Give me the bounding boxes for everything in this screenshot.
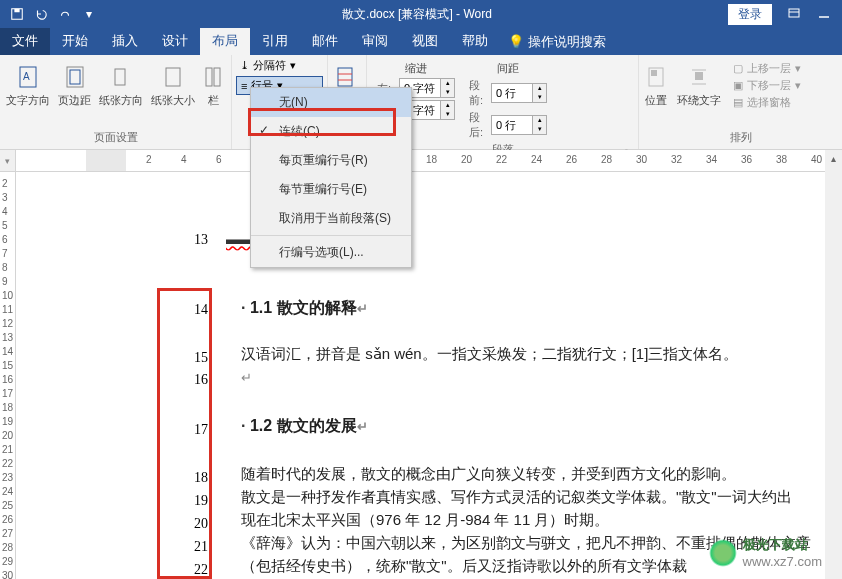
columns-icon	[203, 63, 223, 91]
ruler-v-tick: 26	[2, 514, 13, 525]
tell-me-label: 操作说明搜索	[528, 33, 606, 51]
spinner-down-icon[interactable]: ▾	[532, 93, 546, 102]
spinner-up-icon[interactable]: ▴	[532, 116, 546, 125]
watermark-url: www.xz7.com	[743, 554, 822, 569]
tab-design[interactable]: 设计	[150, 28, 200, 55]
lightbulb-icon: 💡	[508, 34, 524, 49]
space-before-spinner[interactable]: ▴▾	[491, 83, 547, 103]
doc-line-16: ↵	[241, 368, 252, 385]
tab-review[interactable]: 审阅	[350, 28, 400, 55]
ruler-v-tick: 3	[2, 192, 8, 203]
scrollbar-vertical[interactable]: ▴	[825, 150, 842, 579]
redo-icon[interactable]	[54, 3, 76, 25]
ruler-v-tick: 7	[2, 248, 8, 259]
bring-forward-button[interactable]: ▢上移一层▾	[733, 61, 801, 76]
group-label-page-setup: 页面设置	[4, 128, 227, 147]
watermark-name: 极光下载站	[743, 536, 822, 554]
tab-references[interactable]: 引用	[250, 28, 300, 55]
ruler-h-tick: 18	[426, 154, 437, 165]
group-label-arrange: 排列	[643, 128, 838, 147]
ruler-h-tick: 40	[811, 154, 822, 165]
text-direction-button[interactable]: A 文字方向	[4, 61, 52, 110]
ruler-h-tick: 36	[741, 154, 752, 165]
heading-12: · 1.2 散文的发展↵	[241, 416, 368, 437]
size-button[interactable]: 纸张大小	[149, 61, 197, 110]
ruler-h-tick: 38	[776, 154, 787, 165]
svg-rect-6	[70, 70, 80, 84]
space-after-spinner[interactable]: ▴▾	[491, 115, 547, 135]
ruler-v-tick: 12	[2, 318, 13, 329]
ruler-horizontal[interactable]: 24681012141618202224262830323436384042	[16, 150, 842, 172]
ruler-h-tick: 22	[496, 154, 507, 165]
breaks-icon: ⤓	[240, 59, 249, 72]
indent-label: 缩进	[377, 61, 455, 76]
orientation-button[interactable]: 纸张方向	[97, 61, 145, 110]
ruler-v-tick: 30	[2, 570, 13, 579]
ruler-vertical[interactable]: 2345678910111213141516171819202122232425…	[0, 172, 16, 579]
tab-file[interactable]: 文件	[0, 28, 50, 55]
undo-icon[interactable]	[30, 3, 52, 25]
send-backward-icon: ▣	[733, 79, 743, 92]
minimize-icon[interactable]	[810, 3, 838, 25]
ruler-v-tick: 2	[2, 178, 8, 189]
group-arrange: 位置 环绕文字 ▢上移一层▾ ▣下移一层▾ ▤选择窗格 排列	[639, 55, 842, 149]
doc-line-18: 随着时代的发展，散文的概念由广义向狭义转变，并受到西方文化的影响。	[241, 465, 736, 484]
svg-rect-16	[695, 72, 703, 80]
window-controls	[780, 3, 838, 25]
ruler-v-tick: 6	[2, 234, 8, 245]
spinner-down-icon[interactable]: ▾	[532, 125, 546, 134]
menu-item-restart-section[interactable]: 每节重编行号(E)	[251, 175, 411, 204]
tab-home[interactable]: 开始	[50, 28, 100, 55]
margins-button[interactable]: 页边距	[56, 61, 93, 110]
qat-customize-icon[interactable]: ▾	[78, 3, 100, 25]
ribbon-tabs: 文件 开始 插入 设计 布局 引用 邮件 审阅 视图 帮助 💡 操作说明搜索	[0, 28, 842, 55]
document-area[interactable]: 1314151617181920212223 ▬▬▬↵ · 1.1 散文的解释↵…	[16, 172, 842, 579]
ruler-v-tick: 17	[2, 388, 13, 399]
ribbon-options-icon[interactable]	[780, 3, 808, 25]
margins-icon	[65, 63, 85, 91]
tab-layout[interactable]: 布局	[200, 28, 250, 55]
orientation-icon	[111, 63, 131, 91]
menu-item-suppress[interactable]: 取消用于当前段落(S)	[251, 204, 411, 233]
space-before-input[interactable]	[492, 86, 532, 100]
tab-view[interactable]: 视图	[400, 28, 450, 55]
spinner-up-icon[interactable]: ▴	[440, 79, 454, 88]
spinner-up-icon[interactable]: ▴	[532, 84, 546, 93]
space-after-label: 段后:	[469, 110, 487, 140]
tab-help[interactable]: 帮助	[450, 28, 500, 55]
menu-item-options[interactable]: 行编号选项(L)...	[251, 238, 411, 267]
svg-rect-9	[206, 68, 212, 86]
ruler-v-tick: 29	[2, 556, 13, 567]
login-button[interactable]: 登录	[728, 4, 772, 25]
ruler-h-tick: 20	[461, 154, 472, 165]
position-button[interactable]: 位置	[643, 61, 669, 110]
columns-button[interactable]: 栏	[201, 61, 225, 110]
spinner-down-icon[interactable]: ▾	[440, 88, 454, 97]
ruler-v-tick: 25	[2, 500, 13, 511]
ruler-h-tick: 28	[601, 154, 612, 165]
ruler-v-tick: 20	[2, 430, 13, 441]
bring-forward-icon: ▢	[733, 62, 743, 75]
tab-mailings[interactable]: 邮件	[300, 28, 350, 55]
spinner-up-icon[interactable]: ▴	[440, 101, 454, 110]
ruler-corner[interactable]: ▾	[0, 150, 16, 172]
breaks-button[interactable]: ⤓分隔符▾	[236, 57, 323, 74]
tell-me-search[interactable]: 💡 操作说明搜索	[500, 28, 614, 55]
ruler-v-tick: 14	[2, 346, 13, 357]
ruler-h-tick: 34	[706, 154, 717, 165]
ruler-v-tick: 27	[2, 528, 13, 539]
ruler-v-tick: 16	[2, 374, 13, 385]
scroll-up-icon[interactable]: ▴	[825, 150, 842, 167]
tab-insert[interactable]: 插入	[100, 28, 150, 55]
wrap-text-button[interactable]: 环绕文字	[675, 61, 723, 110]
selection-pane-button[interactable]: ▤选择窗格	[733, 95, 801, 110]
save-icon[interactable]	[6, 3, 28, 25]
menu-item-restart-page[interactable]: 每页重编行号(R)	[251, 146, 411, 175]
send-backward-button[interactable]: ▣下移一层▾	[733, 78, 801, 93]
spinner-down-icon[interactable]: ▾	[440, 110, 454, 119]
ruler-v-tick: 5	[2, 220, 8, 231]
space-after-input[interactable]	[492, 118, 532, 132]
svg-rect-8	[166, 68, 180, 86]
line-numbers-icon: ≡	[241, 80, 247, 92]
ruler-v-tick: 24	[2, 486, 13, 497]
